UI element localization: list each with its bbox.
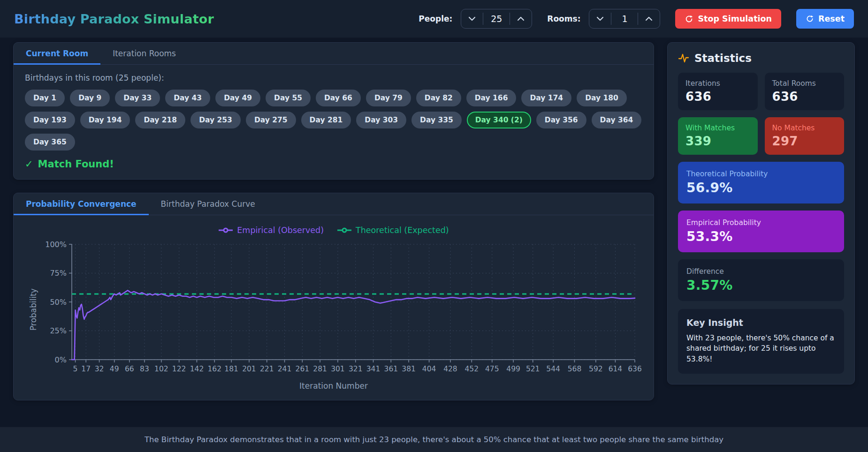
day-chip: Day 49 [215,90,260,106]
svg-text:521: 521 [526,365,540,373]
chevron-up-icon [517,16,525,21]
stat-card: Empirical Probability53.3% [678,211,844,252]
day-chip: Day 218 [135,112,185,128]
stat-card-label: Iterations [685,79,750,88]
people-decrement-button[interactable] [461,9,483,28]
day-chip: Day 275 [246,112,296,128]
key-insight-card: Key InsightWith 23 people, there's 50% c… [678,309,844,374]
stat-card-label: Theoretical Probability [686,170,836,178]
people-increment-button[interactable] [510,9,532,28]
stop-simulation-button[interactable]: Stop Simulation [675,9,781,29]
rooms-value: 1 [611,14,638,24]
legend-item[interactable]: Theoretical (Expected) [337,226,449,235]
room-content: Birthdays in this room (25 people): Day … [14,65,654,179]
rooms-decrement-button[interactable] [589,9,611,28]
day-chip: Day 356 [536,112,586,128]
refresh-icon [685,15,693,23]
svg-text:221: 221 [260,365,274,373]
sidebar: Statistics Iterations636Total Rooms636Wi… [667,42,855,384]
day-chip: Day 281 [301,112,351,128]
day-chip: Day 9 [70,90,110,106]
svg-text:241: 241 [278,365,292,373]
match-found-label: Match Found! [38,158,114,170]
svg-text:381: 381 [402,365,416,373]
reset-label: Reset [818,14,845,23]
legend-marker-icon [218,227,233,234]
rooms-increment-button[interactable] [638,9,660,28]
stat-card: Total Rooms636 [765,73,845,110]
day-chip: Day 1 [25,90,65,106]
svg-text:122: 122 [172,365,186,373]
svg-text:475: 475 [485,365,499,373]
stat-card-value: 297 [772,134,837,148]
svg-text:341: 341 [366,365,381,373]
stat-card-value: 3.57% [686,278,836,293]
tab-probability-convergence[interactable]: Probability Convergence [14,193,149,215]
svg-text:614: 614 [609,365,623,373]
x-axis-label: Iteration Number [26,381,641,391]
left-column: Current Room Iteration Rooms Birthdays i… [13,42,654,400]
stat-card-label: Total Rooms [772,79,837,88]
stat-card: Theoretical Probability56.9% [678,162,844,203]
statistics-title: Statistics [694,52,752,64]
svg-text:83: 83 [140,365,149,373]
day-chip: Day 79 [366,90,411,106]
stat-card: With Matches339 [678,117,758,155]
svg-text:17: 17 [81,365,91,373]
svg-text:568: 568 [568,365,582,373]
current-room-panel: Current Room Iteration Rooms Birthdays i… [13,42,654,180]
svg-text:49: 49 [110,365,119,373]
tab-iteration-rooms[interactable]: Iteration Rooms [100,43,188,65]
day-chip: Day 194 [80,112,130,128]
refresh-icon [806,15,814,23]
day-chip: Day 365 [25,134,75,151]
chevron-down-icon [468,16,476,21]
svg-text:201: 201 [242,365,256,373]
stat-card: No Matches297 [765,117,845,155]
svg-text:50%: 50% [50,298,67,307]
convergence-line-chart: 0%25%50%75%100%5173249668310212214216218… [41,239,641,380]
chart-area: Probability 0%25%50%75%100%5173249668310… [26,239,641,380]
stop-simulation-label: Stop Simulation [698,14,772,23]
svg-text:32: 32 [95,365,104,373]
day-chip: Day 43 [165,90,210,106]
svg-text:261: 261 [296,365,310,373]
stat-card-label: Empirical Probability [686,218,836,227]
svg-text:75%: 75% [50,269,67,278]
page-title: Birthday Paradox Simulator [14,12,214,26]
stat-card: Iterations636 [678,73,758,110]
day-chip: Day 364 [592,112,642,128]
day-chip-match: Day 340 (2) [467,112,531,128]
rooms-label: Rooms: [547,14,580,23]
svg-text:0%: 0% [55,355,67,364]
people-label: People: [419,14,452,23]
tab-current-room[interactable]: Current Room [14,43,100,65]
legend-label: Empirical (Observed) [237,226,324,235]
svg-text:452: 452 [464,365,479,373]
statistics-header: Statistics [678,52,844,64]
tab-birthday-paradox-curve[interactable]: Birthday Paradox Curve [149,193,267,215]
y-axis-label-wrap: Probability [26,239,41,380]
probability-chart-panel: Probability Convergence Birthday Paradox… [13,193,654,400]
check-icon: ✓ [25,158,33,170]
people-value: 25 [483,14,510,24]
reset-button[interactable]: Reset [796,9,854,29]
stat-card-value: 636 [685,90,750,104]
stat-card-grid: Iterations636Total Rooms636With Matches3… [678,73,844,374]
stat-card-label: With Matches [685,124,750,132]
chart-tabbar: Probability Convergence Birthday Paradox… [14,193,654,215]
y-axis-label: Probability [29,288,38,331]
svg-text:301: 301 [331,365,345,373]
day-chip: Day 82 [416,90,461,106]
stat-card-label: Difference [686,267,836,276]
day-chip: Day 193 [25,112,75,128]
svg-text:102: 102 [154,365,168,373]
footer-bar: The Birthday Paradox demonstrates that i… [0,427,868,452]
room-subtitle: Birthdays in this room (25 people): [25,73,642,83]
day-chip: Day 66 [316,90,361,106]
svg-text:428: 428 [443,365,457,373]
svg-text:592: 592 [589,365,603,373]
legend-item[interactable]: Empirical (Observed) [218,226,324,235]
stat-card: Difference3.57% [678,259,844,301]
day-chip: Day 335 [411,112,462,128]
